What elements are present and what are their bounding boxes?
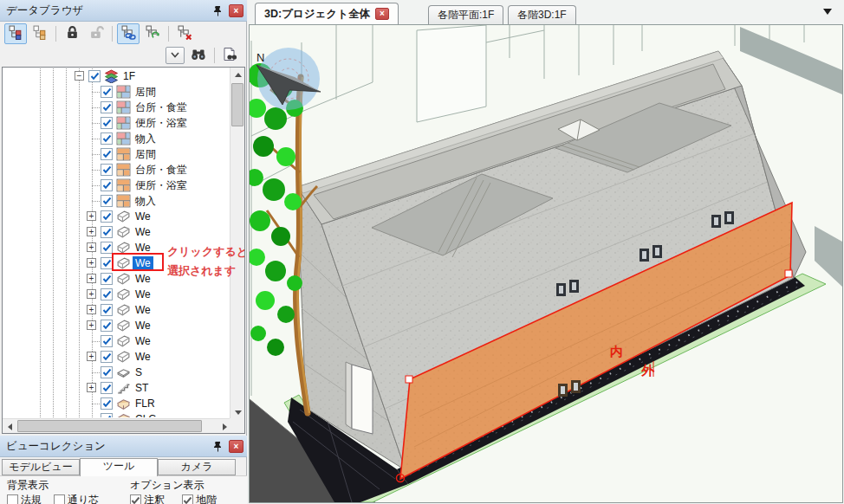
- view-collection-close-button[interactable]: ×: [229, 440, 243, 453]
- tree-item-label[interactable]: We: [133, 319, 153, 333]
- search-binoculars-button[interactable]: [187, 45, 210, 66]
- expand-box[interactable]: +: [87, 211, 96, 221]
- tree-item-1F[interactable]: −1F: [3, 68, 229, 84]
- tree-item-label[interactable]: 台所・食堂: [133, 163, 190, 177]
- tree-item-物入[interactable]: 物入: [3, 193, 229, 209]
- tree-structure-alt-button[interactable]: [29, 23, 51, 44]
- tree-item-We[interactable]: +We: [3, 287, 229, 302]
- checkbox-通り芯[interactable]: 通り芯: [54, 493, 99, 504]
- search-document-button[interactable]: [219, 45, 242, 66]
- tree-item-台所・食堂[interactable]: 台所・食堂: [3, 100, 229, 115]
- expand-box[interactable]: +: [87, 227, 96, 236]
- tree-item-label[interactable]: We: [133, 334, 153, 348]
- tree-checkbox[interactable]: [101, 273, 113, 285]
- tree-checkbox[interactable]: [101, 320, 113, 332]
- tree-item-label[interactable]: 便所・浴室: [133, 116, 190, 130]
- tree-checkbox[interactable]: [101, 195, 113, 207]
- tree-checkbox[interactable]: [101, 132, 113, 145]
- tree-checkbox[interactable]: [101, 257, 113, 269]
- view-tab-2[interactable]: 各階平面:1F: [428, 5, 503, 24]
- tree-delete-button[interactable]: [173, 23, 196, 44]
- tree-item-FLR[interactable]: FLR: [3, 396, 229, 411]
- tree-item-We[interactable]: +We: [3, 271, 229, 287]
- pin-icon[interactable]: [211, 4, 224, 17]
- tree-item-We[interactable]: +We: [3, 255, 229, 271]
- tree-checkbox[interactable]: [101, 288, 113, 300]
- tree-checkbox[interactable]: [101, 117, 113, 129]
- tree-item-label[interactable]: We: [133, 210, 153, 223]
- pin-icon[interactable]: [211, 440, 224, 453]
- tree-item-label[interactable]: 便所・浴室: [133, 178, 190, 192]
- tree-checkbox[interactable]: [101, 413, 113, 417]
- vc-tab-3[interactable]: カメラ: [158, 459, 236, 475]
- tree-item-label[interactable]: 1F: [120, 69, 138, 83]
- tree-checkbox[interactable]: [101, 242, 113, 254]
- expand-box[interactable]: +: [87, 258, 96, 268]
- tree-checkbox[interactable]: [101, 101, 113, 113]
- tree-vertical-scrollbar[interactable]: [230, 68, 244, 419]
- tree-checkbox[interactable]: [101, 335, 113, 347]
- tree-checkbox[interactable]: [101, 148, 113, 160]
- horizontal-scroll-thumb[interactable]: [17, 420, 202, 432]
- tree-item-台所・食堂[interactable]: 台所・食堂: [3, 162, 229, 178]
- tree-item-CLG[interactable]: CLG: [3, 411, 229, 417]
- filter-dropdown-button[interactable]: [166, 47, 185, 64]
- expand-box[interactable]: +: [87, 320, 96, 330]
- tree-checkbox[interactable]: [101, 164, 113, 176]
- tree-item-S[interactable]: S: [3, 365, 229, 380]
- view-tab-1[interactable]: 3D:プロジェクト全体×: [255, 3, 399, 24]
- tree-refresh-button[interactable]: [141, 23, 164, 44]
- checkbox-box[interactable]: [54, 494, 65, 504]
- tree-structure-button[interactable]: [4, 23, 27, 44]
- vertical-scroll-thumb[interactable]: [231, 83, 243, 126]
- checkbox-地階[interactable]: 地階: [182, 493, 217, 504]
- view-tab-3[interactable]: 各階3D:1F: [508, 5, 576, 24]
- tree-checkbox[interactable]: [101, 397, 113, 410]
- tree-item-label[interactable]: S: [133, 365, 145, 379]
- vc-tab-1[interactable]: モデルビュー: [2, 459, 80, 475]
- tree-link-button[interactable]: [117, 23, 140, 44]
- tree-checkbox[interactable]: [88, 70, 101, 82]
- tree-item-便所・浴室[interactable]: 便所・浴室: [3, 115, 229, 131]
- tree-checkbox[interactable]: [101, 366, 113, 378]
- tree-item-label[interactable]: We: [133, 225, 153, 239]
- tree-item-label[interactable]: FLR: [133, 397, 158, 410]
- view-tab-close-button[interactable]: ×: [375, 8, 389, 20]
- tree-item-label[interactable]: 居間: [133, 147, 159, 161]
- tree-checkbox[interactable]: [101, 382, 113, 394]
- tree-item-label[interactable]: 台所・食堂: [133, 100, 190, 114]
- expand-box[interactable]: +: [87, 305, 96, 314]
- selection-handle-square[interactable]: [785, 270, 792, 277]
- selection-handle-square[interactable]: [406, 376, 412, 383]
- expand-box[interactable]: +: [87, 383, 96, 392]
- expand-box[interactable]: +: [87, 352, 96, 361]
- vc-tab-2[interactable]: ツール: [80, 458, 158, 476]
- tree-checkbox[interactable]: [101, 210, 113, 223]
- tree-checkbox[interactable]: [101, 226, 113, 238]
- tree-checkbox[interactable]: [101, 351, 113, 363]
- tree-item-We[interactable]: +We: [3, 240, 229, 255]
- data-browser-close-button[interactable]: ×: [229, 4, 243, 17]
- scroll-down-button[interactable]: [230, 405, 245, 419]
- 3d-viewport[interactable]: 内 外: [249, 24, 843, 503]
- tree-item-物入[interactable]: 物入: [3, 131, 229, 146]
- tree-item-label[interactable]: We: [133, 256, 153, 270]
- checkbox-注釈[interactable]: 注釈: [130, 493, 165, 504]
- expand-box[interactable]: +: [87, 289, 96, 299]
- tree-item-居間[interactable]: 居間: [3, 146, 229, 162]
- unlock-button[interactable]: [85, 23, 107, 44]
- tree-item-label[interactable]: 物入: [133, 194, 159, 208]
- tree-item-We[interactable]: We: [3, 333, 229, 349]
- tab-list-dropdown-icon[interactable]: [823, 9, 832, 19]
- tree-item-label[interactable]: We: [133, 288, 153, 301]
- tree-item-ST[interactable]: +ST: [3, 380, 229, 396]
- checkbox-box[interactable]: [130, 494, 141, 504]
- expand-box[interactable]: +: [87, 242, 96, 252]
- tree-item-label[interactable]: 物入: [133, 132, 159, 145]
- checkbox-box[interactable]: [7, 494, 18, 504]
- tree-item-We[interactable]: +We: [3, 224, 229, 240]
- scroll-left-button[interactable]: [3, 419, 16, 434]
- tree-item-label[interactable]: CLG: [133, 412, 159, 417]
- tree-item-便所・浴室[interactable]: 便所・浴室: [3, 178, 229, 193]
- tree-item-label[interactable]: 居間: [133, 85, 159, 99]
